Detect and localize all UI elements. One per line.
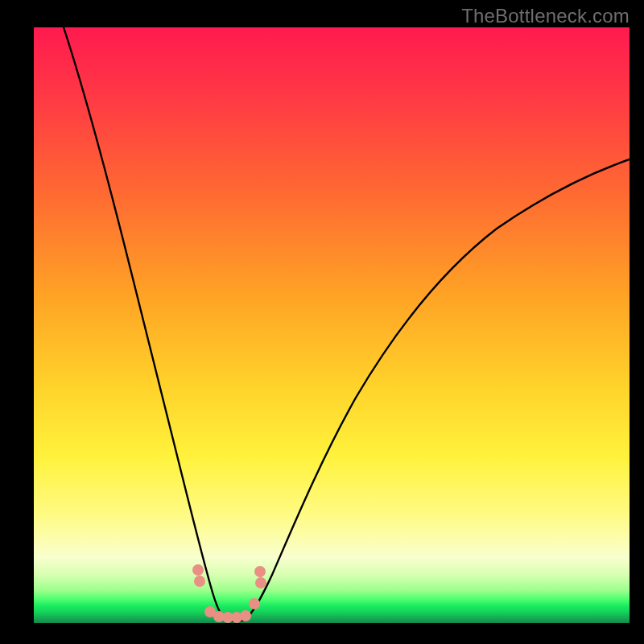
plot-area bbox=[34, 27, 630, 623]
svg-point-8 bbox=[254, 566, 266, 577]
right-curve bbox=[245, 159, 630, 620]
svg-point-6 bbox=[240, 610, 251, 621]
salmon-dots bbox=[192, 564, 266, 623]
svg-point-1 bbox=[194, 576, 205, 587]
svg-point-0 bbox=[192, 564, 204, 576]
chart-frame: TheBottleneck.com bbox=[0, 0, 644, 644]
left-curve bbox=[64, 27, 225, 620]
svg-point-9 bbox=[255, 577, 266, 588]
svg-point-7 bbox=[249, 598, 260, 609]
watermark-text: TheBottleneck.com bbox=[461, 5, 630, 27]
curve-layer bbox=[34, 27, 630, 623]
